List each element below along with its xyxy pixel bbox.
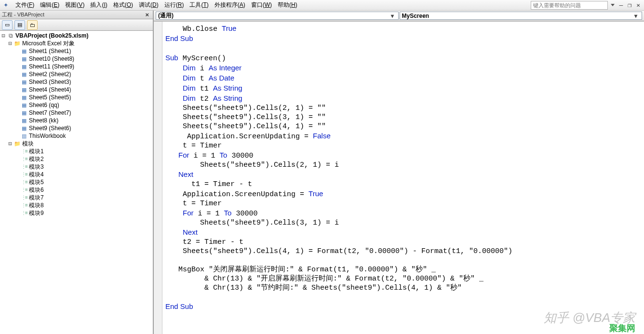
minimize-button[interactable]: – bbox=[617, 1, 625, 9]
tree-sheet-node[interactable]: Sheet10 (Sheet8) bbox=[0, 55, 153, 63]
restore-button[interactable]: ❐ bbox=[626, 1, 633, 9]
tree-folder-excel-objects[interactable]: ⊟Microsoft Excel 对象 bbox=[0, 40, 153, 47]
menu-item[interactable]: 工具(T) bbox=[187, 0, 211, 9]
close-button[interactable]: × bbox=[634, 1, 642, 9]
tree-project-node[interactable]: ⊟VBAProject (Book25.xlsm) bbox=[0, 32, 153, 40]
tree-sheet-node[interactable]: Sheet5 (Sheet5) bbox=[0, 94, 153, 101]
help-search-input[interactable] bbox=[531, 1, 608, 10]
tree-module-node[interactable]: 模块8 bbox=[0, 201, 153, 209]
chevron-down-icon: ▾ bbox=[632, 13, 640, 19]
tree-module-node[interactable]: 模块2 bbox=[0, 155, 153, 163]
view-code-icon[interactable]: ▭ bbox=[2, 20, 13, 30]
code-text[interactable]: Wb.Close True End Sub Sub MyScreen() Dim… bbox=[165, 22, 644, 312]
tree-module-node[interactable]: 模块5 bbox=[0, 178, 153, 186]
project-explorer-toolbar: ▭ ▤ 🗀 bbox=[0, 19, 153, 31]
project-explorer-title-bar: 工程 - VBAProject × bbox=[0, 11, 153, 19]
project-explorer-title: 工程 - VBAProject bbox=[2, 11, 44, 18]
menu-item[interactable]: 格式(O) bbox=[110, 0, 136, 9]
code-editor[interactable]: Wb.Close True End Sub Sub MyScreen() Dim… bbox=[154, 21, 644, 334]
project-explorer-close-button[interactable]: × bbox=[143, 11, 151, 18]
menu-item[interactable]: 运行(R) bbox=[161, 0, 187, 9]
tree-module-node[interactable]: 模块3 bbox=[0, 163, 153, 171]
tree-sheet-node[interactable]: Sheet2 (Sheet2) bbox=[0, 70, 153, 78]
tree-sheet-node[interactable]: Sheet3 (Sheet3) bbox=[0, 78, 153, 86]
help-dropdown-caret[interactable] bbox=[611, 4, 615, 6]
code-pane: (通用) ▾ MyScreen ▾ Wb.Close True End Sub … bbox=[153, 11, 644, 334]
menu-item[interactable]: 视图(V) bbox=[62, 0, 87, 9]
view-object-icon[interactable]: ▤ bbox=[14, 20, 25, 30]
object-dropdown-value: (通用) bbox=[158, 12, 174, 20]
project-tree[interactable]: ⊟VBAProject (Book25.xlsm)⊟Microsoft Exce… bbox=[0, 31, 153, 334]
tree-module-node[interactable]: 模块9 bbox=[0, 209, 153, 217]
menu-item[interactable]: 外接程序(A) bbox=[212, 0, 248, 9]
tree-sheet-node[interactable]: Sheet7 (Sheet7) bbox=[0, 109, 153, 117]
tree-module-node[interactable]: 模块6 bbox=[0, 186, 153, 194]
procedure-dropdown-value: MyScreen bbox=[402, 13, 429, 19]
tree-module-node[interactable]: 模块4 bbox=[0, 171, 153, 178]
project-explorer: 工程 - VBAProject × ▭ ▤ 🗀 ⊟VBAProject (Boo… bbox=[0, 11, 153, 334]
tree-sheet-node[interactable]: Sheet11 (Sheet9) bbox=[0, 63, 153, 70]
code-margin bbox=[154, 22, 162, 334]
menu-item[interactable]: 窗口(W) bbox=[248, 0, 275, 9]
menu-item[interactable]: 插入(I) bbox=[87, 0, 110, 9]
tree-sheet-node[interactable]: Sheet6 (qq) bbox=[0, 101, 153, 109]
menu-item[interactable]: 调试(D) bbox=[136, 0, 161, 9]
menu-item[interactable]: 文件(F) bbox=[13, 0, 37, 9]
tree-sheet-node[interactable]: Sheet9 (Sheet6) bbox=[0, 124, 153, 132]
tree-module-node[interactable]: 模块1 bbox=[0, 147, 153, 155]
code-dropdowns: (通用) ▾ MyScreen ▾ bbox=[154, 11, 644, 21]
tree-sheet-node[interactable]: Sheet8 (kk) bbox=[0, 117, 153, 124]
tree-sheet-node[interactable]: Sheet4 (Sheet4) bbox=[0, 86, 153, 94]
toggle-folders-icon[interactable]: 🗀 bbox=[27, 20, 38, 30]
excel-icon: ✦ bbox=[2, 1, 10, 9]
tree-module-node[interactable]: 模块7 bbox=[0, 194, 153, 201]
menu-bar: ✦ 文件(F)编辑(E)视图(V)插入(I)格式(O)调试(D)运行(R)工具(… bbox=[0, 0, 644, 11]
tree-folder-modules[interactable]: ⊟模块 bbox=[0, 140, 153, 147]
chevron-down-icon: ▾ bbox=[389, 13, 396, 19]
tree-sheet-node[interactable]: Sheet1 (Sheet1) bbox=[0, 47, 153, 55]
tree-thisworkbook-node[interactable]: ThisWorkbook bbox=[0, 132, 153, 140]
menu-item[interactable]: 帮助(H) bbox=[275, 0, 300, 9]
procedure-dropdown[interactable]: MyScreen ▾ bbox=[400, 12, 643, 20]
menu-item[interactable]: 编辑(E) bbox=[37, 0, 62, 9]
object-dropdown[interactable]: (通用) ▾ bbox=[156, 12, 399, 20]
